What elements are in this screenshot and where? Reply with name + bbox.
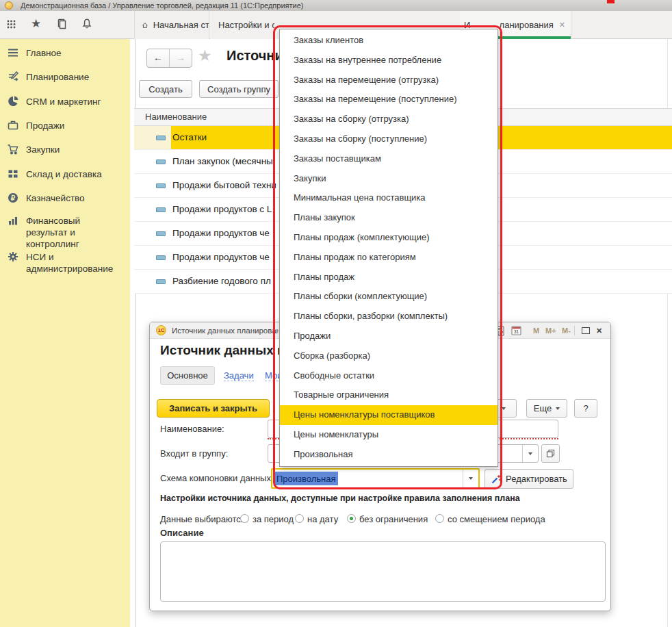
dropdown-item[interactable]: Закупки [280, 169, 497, 189]
memory-plus-button[interactable]: M+ [545, 322, 556, 339]
magic-wand-icon [491, 474, 502, 485]
dropdown-item[interactable]: Планы продаж по категориям [280, 248, 497, 268]
dropdown-item[interactable]: Сборка (разборка) [280, 346, 497, 366]
schema-field-label: Схема компоновки данных: [160, 473, 274, 483]
dropdown-item[interactable]: Планы продаж [280, 268, 497, 287]
forward-button[interactable]: → [170, 49, 192, 67]
app-window: Демонстрационная база / Управление торго… [0, 0, 672, 627]
tab-home[interactable]: Начальная страница [134, 11, 209, 39]
radio-no-limit[interactable] [347, 514, 356, 523]
group-dropdown-arrow-icon[interactable] [522, 445, 538, 462]
dropdown-item[interactable]: Продажи [280, 327, 497, 346]
create-group-button[interactable]: Создать группу [199, 80, 279, 98]
dropdown-item[interactable]: Заказы на внутреннее потребление [280, 51, 497, 71]
schema-combo[interactable]: Произвольная [271, 468, 480, 489]
sidebar-item-treasury[interactable]: ₽ Казначейство [7, 192, 125, 204]
maximize-icon[interactable] [582, 322, 590, 339]
titlebar-separator [574, 326, 575, 335]
sidebar-item-sales[interactable]: Продажи [7, 120, 125, 131]
dropdown-item[interactable]: Свободные остатки [280, 366, 497, 386]
tab-settings-label: Настройки и сп [218, 20, 274, 30]
sidebar-item-planning[interactable]: Планирование [7, 71, 125, 83]
dropdown-item[interactable]: Заказы на сборку (отгрузка) [280, 110, 497, 129]
schema-dropdown-list: Заказы клиентов Заказы на внутреннее пот… [279, 29, 498, 467]
create-button[interactable]: Создать [139, 80, 192, 98]
svg-text:₽: ₽ [11, 194, 16, 202]
window-title: Демонстрационная база / Управление торго… [21, 1, 303, 10]
sidebar-item-finance[interactable]: Финансовый результат и контроллинг [7, 215, 125, 250]
tab-home-label: Начальная страница [153, 20, 209, 30]
dropdown-item[interactable]: Минимальная цена поставщика [280, 188, 497, 208]
save-and-close-button[interactable]: Записать и закрыть [157, 399, 270, 418]
description-textarea[interactable] [160, 541, 606, 602]
sidebar-item-purchases[interactable]: Закупки [7, 144, 125, 155]
edit-schema-button[interactable]: Редактировать [484, 469, 573, 489]
sidebar-item-admin[interactable]: НСИ и администрирование [7, 251, 125, 274]
app-logo-icon [5, 1, 13, 10]
dropdown-item[interactable]: Планы закупок [280, 208, 497, 228]
gear-icon [7, 251, 19, 263]
dialog-window-title: Источник данных планирования: [172, 322, 292, 339]
radio-period[interactable] [240, 514, 249, 523]
list-element-icon [156, 255, 166, 260]
dropdown-item[interactable]: Цены номенклатуры [280, 425, 497, 445]
data-select-label: Данные выбираются: [160, 514, 248, 524]
dropdown-item[interactable]: Заказы на сборку (поступление) [280, 129, 497, 149]
boxes-icon [7, 168, 19, 180]
dialog-tab-main[interactable]: Основное [160, 366, 215, 385]
list-element-icon [156, 231, 166, 236]
sidebar-item-main[interactable]: Главное [7, 47, 125, 59]
dropdown-item[interactable]: Товарные ограничения [280, 385, 497, 405]
1c-logo-icon: 1С [156, 325, 166, 335]
dropdown-item[interactable]: Произвольная [280, 445, 497, 465]
dropdown-item[interactable]: Заказы на перемещение (поступление) [280, 90, 497, 110]
bar-chart-icon [7, 214, 19, 227]
more-button[interactable]: Еще [526, 399, 567, 418]
memory-button[interactable]: M [533, 322, 539, 339]
dropdown-item[interactable]: Планы продаж (комплектующие) [280, 228, 497, 248]
help-button[interactable]: ? [574, 399, 597, 418]
list-element-icon [156, 279, 166, 284]
favorite-star-icon[interactable]: ★ [198, 47, 212, 65]
sidebar-item-crm[interactable]: CRM и маркетинг [7, 96, 125, 107]
briefcase-icon [7, 119, 19, 131]
dropdown-item[interactable]: Заказы клиентов [280, 31, 497, 51]
radio-date[interactable] [295, 514, 304, 523]
memory-minus-button[interactable]: M- [562, 322, 571, 339]
open-icon [546, 449, 555, 458]
tab-sources-label-end: ланирования [500, 20, 554, 30]
settings-section-heading: Настройки источника данных, доступные пр… [160, 494, 520, 503]
dropdown-item[interactable]: Заказы на перемещение (отгрузка) [280, 71, 497, 90]
ruble-coin-icon: ₽ [7, 192, 19, 204]
notifications-bell-icon[interactable] [81, 18, 92, 32]
calendar-icon[interactable]: 31 [511, 322, 521, 339]
list-element-icon [156, 207, 166, 212]
sidebar-item-warehouse[interactable]: Склад и доставка [7, 168, 125, 180]
schema-selected-value: Произвольная [274, 472, 338, 485]
pie-chart-icon [7, 95, 19, 107]
dropdown-item-highlighted[interactable]: Цены номенклатуры поставщиков [280, 405, 497, 425]
close-icon[interactable]: ✕ [596, 322, 602, 339]
history-clipboard-icon[interactable] [57, 18, 67, 32]
dropdown-item[interactable]: Планы сборки (комплектующие) [280, 287, 497, 307]
cart-icon [7, 143, 19, 155]
window-titlebar: Демонстрационная база / Управление торго… [0, 0, 672, 11]
apps-menu-icon[interactable] [6, 19, 16, 32]
callout-fragment [607, 0, 615, 3]
list-element-icon [156, 159, 166, 164]
list-element-icon [156, 136, 166, 140]
dropdown-item[interactable]: Заказы поставщикам [280, 149, 497, 169]
dialog-tab-tasks[interactable]: Задачи [224, 370, 254, 381]
radio-period-shift[interactable] [435, 514, 444, 523]
dropdown-item[interactable]: Планы сборки, разборки (комплекты) [280, 307, 497, 327]
svg-text:31: 31 [514, 329, 519, 334]
planning-icon [7, 71, 19, 83]
menu-icon [7, 47, 19, 59]
favorites-star-icon[interactable]: ★ [31, 16, 41, 31]
sidebar: Главное Планирование CRM и маркетинг Про… [0, 39, 130, 627]
tab-sources-close-icon[interactable]: ✕ [559, 21, 565, 29]
group-open-button[interactable] [541, 444, 560, 463]
schema-dropdown-arrow-icon[interactable] [463, 470, 478, 487]
back-button[interactable]: ← [147, 49, 170, 67]
name-field-label: Наименование: [160, 424, 224, 434]
